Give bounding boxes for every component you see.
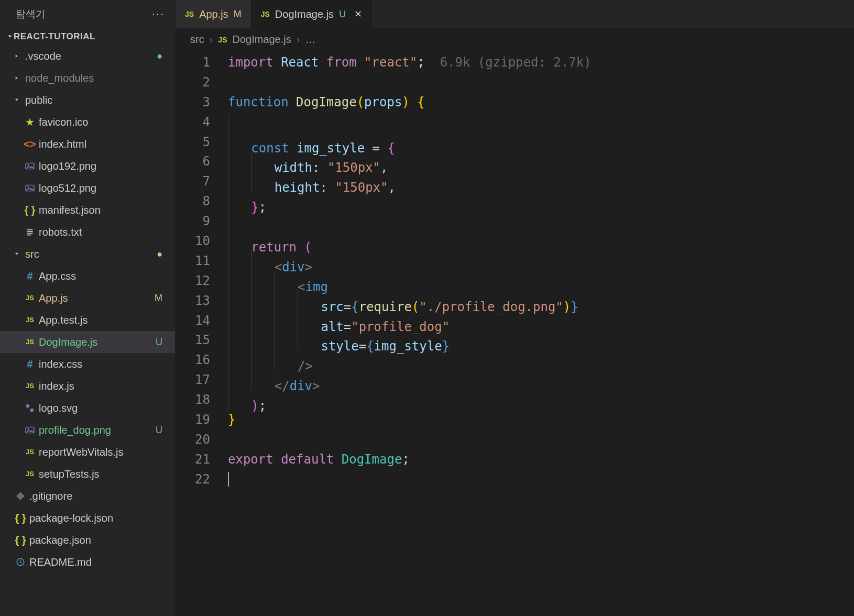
code-line[interactable]: } — [228, 410, 854, 430]
file-item[interactable]: robots.txt — [0, 221, 175, 243]
file-item[interactable]: { }package-lock.json — [0, 507, 175, 529]
item-label: index.css — [39, 355, 170, 373]
git-status-badge: U — [339, 9, 346, 20]
git-status-dot: ● — [157, 246, 162, 262]
code-line[interactable] — [228, 212, 854, 232]
file-item[interactable]: <>index.html — [0, 133, 175, 155]
js-file-icon: JS — [185, 10, 194, 18]
code-line[interactable]: style={img_style} — [228, 331, 854, 350]
editor-tab[interactable]: JSApp.jsM — [176, 0, 251, 28]
chevron-down-icon — [6, 33, 14, 40]
code-content[interactable]: import React from "react"; 6.9k (gzipped… — [228, 51, 854, 616]
json-icon: { } — [23, 201, 37, 219]
file-item[interactable]: #index.css — [0, 353, 175, 375]
git-status-badge: M — [234, 9, 242, 20]
line-number: 22 — [176, 470, 210, 490]
code-line[interactable]: import React from "react"; 6.9k (gzipped… — [228, 53, 854, 73]
item-label: .vscode — [25, 47, 157, 65]
js-icon: JS — [23, 292, 37, 304]
svg-point-1 — [27, 164, 29, 166]
js-icon: JS — [23, 336, 37, 348]
file-item[interactable]: ★favicon.ico — [0, 111, 175, 133]
line-number: 13 — [176, 291, 210, 311]
file-item[interactable]: { }manifest.json — [0, 199, 175, 221]
js-file-icon: JS — [261, 10, 270, 18]
item-label: package-lock.json — [29, 509, 170, 527]
chevron-down-icon — [14, 251, 25, 257]
item-label: DogImage.js — [39, 333, 156, 351]
file-item[interactable]: JSApp.test.js — [0, 309, 175, 331]
code-line[interactable] — [228, 113, 854, 133]
item-label: logo512.png — [39, 179, 170, 197]
tab-label: App.js — [199, 8, 228, 20]
js-icon: JS — [23, 380, 37, 392]
file-item[interactable]: logo192.png — [0, 155, 175, 177]
code-line[interactable]: return ( — [228, 232, 854, 251]
file-item[interactable]: .gitignore — [0, 485, 175, 507]
code-line[interactable]: <img — [228, 271, 854, 291]
code-line[interactable]: </div> — [228, 370, 854, 390]
svg-point-7 — [27, 428, 29, 430]
folder-item[interactable]: public — [0, 89, 175, 111]
file-item[interactable]: JSindex.js — [0, 375, 175, 397]
git-status-badge: U — [156, 334, 162, 350]
file-item[interactable]: README.md — [0, 551, 175, 573]
file-item[interactable]: JSreportWebVitals.js — [0, 441, 175, 463]
code-line[interactable]: export default DogImage; — [228, 450, 854, 470]
item-label: App.js — [39, 289, 155, 307]
item-label: robots.txt — [39, 223, 170, 241]
line-number: 20 — [176, 430, 210, 450]
line-number: 12 — [176, 271, 210, 291]
breadcrumb[interactable]: src › JS DogImage.js › … — [176, 28, 854, 51]
file-item[interactable]: #App.css — [0, 265, 175, 287]
code-line[interactable] — [228, 430, 854, 450]
svg-rect-5 — [30, 409, 34, 412]
explorer-header: 탐색기 ··· — [0, 0, 175, 28]
breadcrumb-tail: … — [305, 34, 315, 46]
line-number: 4 — [176, 113, 210, 133]
file-item[interactable]: JSDogImage.jsU — [0, 331, 175, 353]
line-number: 3 — [176, 93, 210, 113]
code-line[interactable]: width: "150px", — [228, 152, 854, 172]
code-line[interactable]: const img_style = { — [228, 133, 854, 152]
file-item[interactable]: JSApp.jsM — [0, 287, 175, 309]
code-line[interactable]: function DogImage(props) { — [228, 93, 854, 113]
img-icon — [23, 161, 37, 171]
line-number: 14 — [176, 311, 210, 331]
svg-point-3 — [27, 186, 29, 188]
file-item[interactable]: logo.svg — [0, 397, 175, 419]
explorer-more-icon[interactable]: ··· — [152, 7, 165, 21]
editor-tab[interactable]: JSDogImage.jsU✕ — [251, 0, 372, 28]
file-item[interactable]: JSsetupTests.js — [0, 463, 175, 485]
code-line[interactable]: height: "150px", — [228, 172, 854, 192]
img-icon — [23, 183, 37, 193]
folder-item[interactable]: .vscode● — [0, 45, 175, 67]
code-editor[interactable]: 12345678910111213141516171819202122 impo… — [176, 51, 854, 616]
close-icon[interactable]: ✕ — [354, 8, 362, 20]
code-line[interactable]: <div> — [228, 251, 854, 271]
code-line[interactable]: ); — [228, 390, 854, 410]
project-root[interactable]: REACT-TUTORIAL — [0, 28, 175, 45]
line-number: 2 — [176, 73, 210, 93]
js-file-icon: JS — [218, 36, 227, 44]
item-label: App.test.js — [39, 311, 170, 329]
file-item[interactable]: logo512.png — [0, 177, 175, 199]
line-number: 19 — [176, 410, 210, 430]
folder-item[interactable]: node_modules — [0, 67, 175, 89]
file-item[interactable]: { }package.json — [0, 529, 175, 551]
item-label: src — [25, 245, 157, 263]
line-number: 9 — [176, 212, 210, 232]
git-status-badge: U — [156, 422, 162, 438]
explorer-title: 탐색기 — [16, 7, 46, 21]
line-number: 10 — [176, 232, 210, 251]
line-number: 8 — [176, 192, 210, 212]
code-line[interactable]: src={require("./profile_dog.png")} — [228, 291, 854, 311]
item-label: public — [25, 91, 170, 109]
item-label: App.css — [39, 267, 170, 285]
file-item[interactable]: profile_dog.pngU — [0, 419, 175, 441]
folder-item[interactable]: src● — [0, 243, 175, 265]
line-number: 21 — [176, 450, 210, 470]
code-line[interactable] — [228, 73, 854, 93]
svg-rect-4 — [26, 404, 29, 408]
code-line[interactable] — [228, 470, 854, 490]
